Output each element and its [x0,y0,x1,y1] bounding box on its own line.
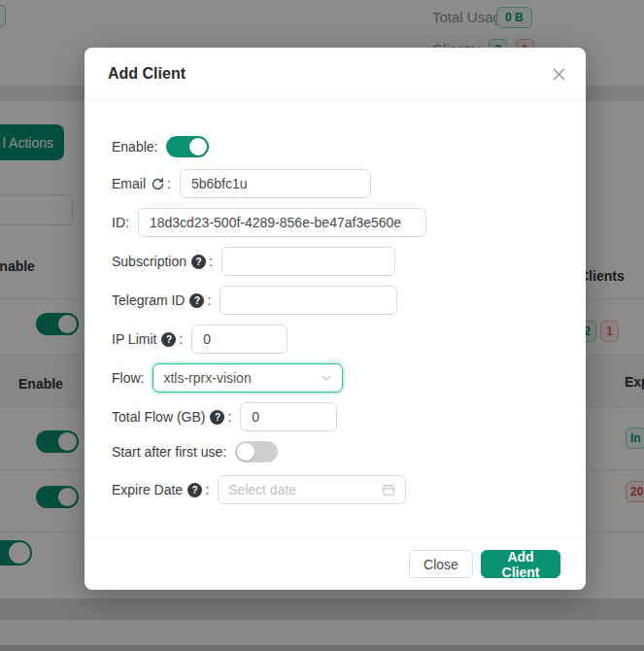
calendar-icon [382,483,395,497]
telegram-row: Telegram ID ? : [112,286,559,315]
flow-selected-value: xtls-rprx-vision [163,370,251,386]
flow-label: Flow: [112,370,144,386]
telegram-label: Telegram ID ? : [112,292,211,308]
email-field[interactable] [180,169,371,198]
expire-date-placeholder: Select date [228,482,296,497]
add-client-button[interactable]: Add Client [481,550,560,578]
start-after-first-use-row: Start after first use: [112,441,559,463]
ip-limit-row: IP Limit ? : [112,325,559,354]
enable-label: Enable: [112,139,157,154]
help-icon[interactable]: ? [187,483,202,497]
ip-limit-label: IP Limit ? : [112,331,183,347]
help-icon[interactable]: ? [191,255,206,269]
regenerate-email-icon[interactable] [151,177,165,191]
id-label: ID: [112,215,129,230]
total-flow-row: Total Flow (GB) ? : [112,402,559,431]
modal-title: Add Client [108,65,186,83]
start-after-first-use-label: Start after first use: [112,444,226,460]
enable-toggle[interactable] [166,136,209,157]
modal-header: Add Client [85,48,586,100]
enable-row: Enable: [112,136,559,157]
app-screen: Total Usage: 0 B Clients: 2 1 l Actions … [0,0,644,651]
flow-row: Flow: xtls-rprx-vision [112,363,559,393]
help-icon[interactable]: ? [161,332,176,347]
modal-body: Enable: Email : ID: [85,100,586,504]
toggle-knob [189,138,207,155]
close-icon [552,67,566,82]
modal-footer: Close Add Client [85,537,586,590]
start-after-first-use-toggle[interactable] [235,441,278,463]
expire-date-row: Expire Date ? : Select date [112,475,559,504]
email-row: Email : [112,169,559,198]
id-row: ID: [112,208,559,237]
modal-close-button[interactable] [546,61,571,86]
expire-date-picker[interactable]: Select date [218,475,406,504]
subscription-row: Subscription ? : [112,247,559,276]
ip-limit-field[interactable] [191,325,288,354]
telegram-id-field[interactable] [220,286,397,315]
total-flow-label: Total Flow (GB) ? : [112,409,231,425]
toggle-knob [237,443,254,461]
id-field[interactable] [138,208,426,237]
subscription-field[interactable] [221,247,395,276]
email-label: Email : [112,176,171,191]
flow-select[interactable]: xtls-rprx-vision [153,363,343,393]
close-button[interactable]: Close [409,550,473,578]
total-flow-field[interactable] [240,402,337,431]
expire-date-label: Expire Date ? : [112,482,209,497]
subscription-label: Subscription ? : [112,254,213,269]
help-icon[interactable]: ? [210,410,224,425]
add-client-modal: Add Client Enable: Email [85,48,586,590]
chevron-down-icon [321,372,332,384]
help-icon[interactable]: ? [189,293,204,308]
